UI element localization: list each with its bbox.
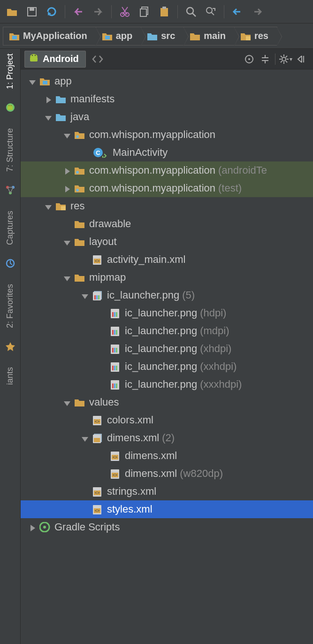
tree-node[interactable]: drawable — [21, 215, 313, 233]
package-icon — [74, 165, 85, 176]
tree-node[interactable]: values — [21, 393, 313, 411]
back-icon[interactable] — [229, 3, 246, 20]
tree-node[interactable]: layout — [21, 233, 313, 251]
expand-arrow-down-icon[interactable] — [63, 238, 71, 246]
redo-icon[interactable] — [90, 3, 107, 20]
tree-node-label: java — [70, 111, 89, 123]
expand-arrow-down-icon[interactable] — [44, 202, 53, 210]
expand-arrow-down-icon[interactable] — [81, 434, 89, 442]
expand-arrow-down-icon[interactable] — [81, 291, 89, 299]
tree-node[interactable]: app — [21, 72, 313, 90]
expand-arrow-down-icon[interactable] — [63, 130, 71, 139]
expand-arrow-down-icon[interactable] — [28, 77, 37, 85]
breadcrumb-label: MyApplication — [23, 31, 87, 41]
tree-node[interactable]: ic_launcher.png(hdpi) — [21, 304, 313, 322]
tree-node-label: res — [70, 200, 85, 212]
breadcrumb-label: app — [116, 31, 133, 41]
copy-icon[interactable] — [136, 3, 153, 20]
tree-node[interactable]: manifests — [21, 90, 313, 108]
package-icon — [74, 183, 85, 193]
captures-icon — [5, 258, 15, 271]
svg-point-41 — [248, 58, 250, 60]
expand-arrow-right-icon[interactable] — [63, 184, 71, 192]
svg-rect-26 — [30, 8, 34, 11]
expand-arrow-down-icon[interactable] — [63, 273, 71, 282]
breadcrumb-item[interactable]: app — [96, 27, 141, 46]
breadcrumb-item[interactable]: src — [141, 27, 183, 46]
find-icon[interactable] — [183, 3, 199, 20]
tree-node[interactable]: com.whispon.myapplication(androidTe — [21, 161, 313, 179]
tree-node[interactable]: com.whispon.myapplication — [21, 126, 313, 144]
image-icon — [110, 379, 121, 390]
tree-node[interactable]: com.whispon.myapplication(test) — [21, 179, 313, 197]
expand-arrow-down-icon[interactable] — [44, 113, 53, 121]
favorites-icon — [5, 341, 15, 354]
panel-nav-arrows[interactable] — [88, 51, 108, 68]
replace-icon[interactable] — [202, 3, 219, 20]
tree-node[interactable]: ic_launcher.png(mdpi) — [21, 322, 313, 340]
undo-icon[interactable] — [70, 3, 87, 20]
tree-node-label: strings.xml — [107, 485, 156, 498]
breadcrumb-item[interactable]: main — [183, 27, 234, 46]
breadcrumb-label: src — [161, 31, 175, 41]
tool-window-tab-label: 7: Structure — [5, 128, 15, 172]
gear-icon[interactable]: ▾ — [277, 51, 293, 67]
folder-icon — [74, 237, 85, 247]
tree-node-label: ic_launcher.png — [125, 343, 197, 355]
view-selector[interactable]: Android — [24, 51, 86, 68]
save-all-icon[interactable] — [23, 3, 40, 20]
expand-arrow-down-icon[interactable] — [63, 398, 71, 406]
tree-node[interactable]: Gradle Scripts — [21, 518, 313, 536]
folder-blue-icon — [55, 94, 67, 104]
open-icon[interactable] — [4, 3, 21, 20]
tool-window-tab-captures[interactable]: Captures — [5, 211, 15, 245]
expand-arrow-right-icon[interactable] — [28, 523, 37, 531]
toolbar-separator — [177, 5, 178, 18]
breadcrumb-item[interactable]: MyApplication — [3, 27, 96, 46]
android-icon — [29, 53, 39, 65]
expand-arrow-right-icon[interactable] — [44, 95, 53, 103]
tree-node[interactable]: ic_launcher.png(5) — [21, 286, 313, 304]
tree-node[interactable]: res — [21, 197, 313, 215]
forward-icon[interactable] — [249, 3, 266, 20]
tree-node[interactable]: MainActivity — [21, 144, 313, 161]
collapse-all-icon[interactable] — [257, 51, 273, 67]
sync-icon[interactable] — [43, 3, 60, 20]
navigation-breadcrumb: MyApplicationappsrcmainres — [0, 23, 313, 49]
tree-node-label: ic_launcher.png — [125, 360, 197, 373]
tree-node-label: com.whispon.myapplication — [89, 182, 215, 194]
tree-node[interactable]: ic_launcher.png(xhdpi) — [21, 340, 313, 358]
tool-window-tab-favorites[interactable]: 2: Favorites — [5, 284, 15, 328]
tree-node[interactable]: colors.xml — [21, 411, 313, 429]
paste-icon[interactable] — [156, 3, 173, 20]
breadcrumb-item[interactable]: res — [234, 27, 277, 46]
tool-window-tab-variants[interactable]: iants — [5, 367, 15, 385]
expand-arrow-right-icon[interactable] — [63, 166, 71, 175]
cut-icon[interactable] — [116, 3, 133, 20]
tool-window-tab-label: iants — [5, 367, 15, 385]
tool-window-tab-structure[interactable]: 7: Structure — [5, 128, 15, 172]
structure-icon — [5, 185, 15, 198]
tool-window-tab-project[interactable]: 1: Project — [5, 54, 15, 89]
tree-node[interactable]: strings.xml — [21, 483, 313, 500]
svg-rect-30 — [140, 9, 146, 16]
scroll-from-source-icon[interactable] — [241, 51, 257, 67]
tree-node[interactable]: dimens.xml — [21, 447, 313, 465]
tree-node[interactable]: mipmap — [21, 268, 313, 286]
project-icon — [5, 102, 15, 115]
tree-node[interactable]: dimens.xml(2) — [21, 429, 313, 447]
tree-node[interactable]: dimens.xml(w820dp) — [21, 465, 313, 483]
tree-node[interactable]: styles.xml — [21, 500, 313, 518]
tree-node[interactable]: java — [21, 108, 313, 126]
project-tree[interactable]: appmanifestsjavacom.whispon.myapplicatio… — [21, 69, 313, 644]
folder-icon — [102, 31, 113, 41]
tree-node-suffix: (2) — [162, 432, 175, 444]
tree-node[interactable]: activity_main.xml — [21, 251, 313, 268]
hide-panel-icon[interactable] — [293, 51, 309, 67]
folder-icon — [240, 31, 252, 41]
tree-node[interactable]: ic_launcher.png(xxxhdpi) — [21, 376, 313, 393]
tree-node-label: mipmap — [89, 271, 126, 284]
tree-node-label: drawable — [89, 218, 131, 230]
image-icon — [110, 361, 121, 372]
tree-node[interactable]: ic_launcher.png(xxhdpi) — [21, 358, 313, 376]
